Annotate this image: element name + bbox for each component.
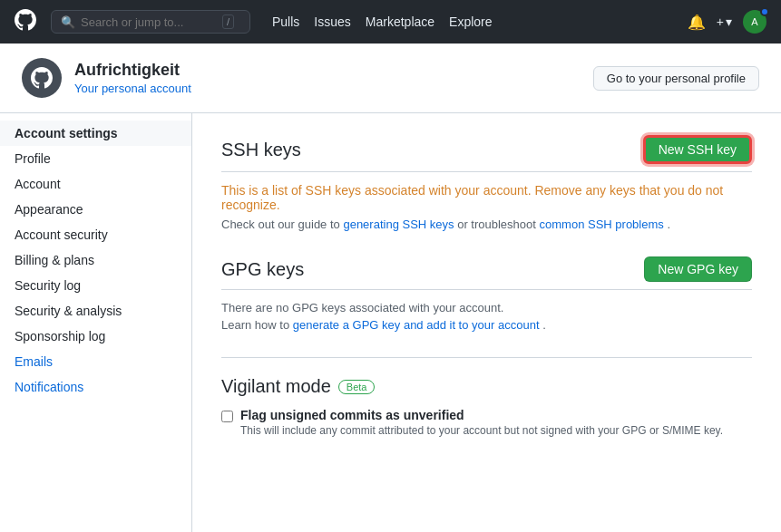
vigilant-checkbox-desc: This will include any commit attributed … bbox=[240, 424, 723, 437]
sidebar-item-security-log[interactable]: Security log bbox=[0, 273, 191, 298]
ssh-keys-header: SSH keys New SSH key bbox=[221, 135, 752, 172]
sidebar-item-account[interactable]: Account bbox=[0, 171, 191, 197]
topnav: 🔍 / Pulls Issues Marketplace Explore 🔔 +… bbox=[0, 0, 781, 44]
vigilant-mode-section: Vigilant mode Beta Flag unsigned commits… bbox=[221, 357, 752, 437]
common-ssh-problems-link[interactable]: common SSH problems bbox=[540, 218, 664, 231]
gpg-learn-link[interactable]: generate a GPG key and add it to your ac… bbox=[293, 318, 540, 332]
vigilant-mode-title: Vigilant mode bbox=[221, 376, 331, 397]
notifications-bell-icon[interactable]: 🔔 bbox=[688, 14, 706, 31]
sidebar-item-profile[interactable]: Profile bbox=[0, 146, 191, 171]
chevron-down-icon: ▾ bbox=[726, 15, 732, 29]
vigilant-checkbox-label: Flag unsigned commits as unverified bbox=[240, 408, 723, 422]
account-avatar bbox=[22, 58, 62, 98]
slash-key-badge: / bbox=[222, 15, 234, 29]
main-content: SSH keys New SSH key This is a list of S… bbox=[192, 113, 781, 532]
plus-icon: + bbox=[717, 15, 724, 29]
new-ssh-key-button[interactable]: New SSH key bbox=[643, 135, 752, 164]
sidebar: Account settings Profile Account Appeara… bbox=[0, 113, 192, 532]
account-info: Aufrichtigkeit Your personal account bbox=[74, 61, 191, 95]
create-new-button[interactable]: + ▾ bbox=[717, 15, 732, 29]
gpg-learn-text: Learn how to generate a GPG key and add … bbox=[221, 318, 752, 332]
sidebar-item-account-security[interactable]: Account security bbox=[0, 222, 191, 247]
vigilant-beta-badge: Beta bbox=[338, 380, 376, 394]
sidebar-item-billing-plans[interactable]: Billing & plans bbox=[0, 247, 191, 273]
vigilant-checkbox-row: Flag unsigned commits as unverified This… bbox=[221, 408, 752, 437]
avatar-notification-dot bbox=[760, 7, 769, 16]
generating-ssh-keys-link[interactable]: generating SSH keys bbox=[343, 218, 454, 231]
account-sub-label: Your personal account bbox=[74, 82, 191, 95]
ssh-guide-text: Check out our guide to generating SSH ke… bbox=[221, 218, 752, 231]
sidebar-item-security-analysis[interactable]: Security & analysis bbox=[0, 298, 191, 324]
gpg-learn-suffix: . bbox=[542, 318, 546, 332]
ssh-keys-title: SSH keys bbox=[221, 140, 301, 160]
vigilant-checkbox-content: Flag unsigned commits as unverified This… bbox=[240, 408, 723, 437]
search-box[interactable]: 🔍 / bbox=[51, 10, 250, 34]
github-logo-icon[interactable] bbox=[15, 9, 36, 35]
gpg-keys-title: GPG keys bbox=[221, 259, 304, 280]
go-to-profile-button[interactable]: Go to your personal profile bbox=[593, 66, 759, 91]
account-header: Aufrichtigkeit Your personal account Go … bbox=[0, 44, 781, 113]
sidebar-item-sponsorship-log[interactable]: Sponsorship log bbox=[0, 324, 191, 349]
gpg-section: GPG keys New GPG key There are no GPG ke… bbox=[221, 256, 752, 332]
body-split: Account settings Profile Account Appeara… bbox=[0, 113, 781, 532]
marketplace-link[interactable]: Marketplace bbox=[366, 15, 434, 29]
sidebar-item-appearance[interactable]: Appearance bbox=[0, 197, 191, 222]
vigilant-divider bbox=[221, 357, 752, 358]
pulls-link[interactable]: Pulls bbox=[272, 15, 299, 29]
sidebar-item-notifications[interactable]: Notifications bbox=[0, 374, 191, 400]
gpg-learn-prefix: Learn how to bbox=[221, 318, 293, 332]
ssh-warning-text: This is a list of SSH keys associated wi… bbox=[221, 183, 752, 212]
vigilant-header-row: Vigilant mode Beta bbox=[221, 376, 752, 397]
explore-link[interactable]: Explore bbox=[449, 15, 492, 29]
search-input[interactable] bbox=[81, 15, 217, 29]
account-username: Aufrichtigkeit bbox=[74, 61, 191, 80]
ssh-guide-suffix: . bbox=[667, 218, 670, 231]
topnav-right: 🔔 + ▾ A bbox=[688, 10, 766, 34]
ssh-guide-middle: or troubleshoot bbox=[457, 218, 539, 231]
new-gpg-key-button[interactable]: New GPG key bbox=[644, 256, 752, 282]
user-avatar[interactable]: A bbox=[743, 10, 766, 34]
gpg-keys-header: GPG keys New GPG key bbox=[221, 256, 752, 290]
account-header-left: Aufrichtigkeit Your personal account bbox=[22, 58, 191, 98]
vigilant-checkbox[interactable] bbox=[221, 411, 233, 422]
ssh-guide-prefix: Check out our guide to bbox=[221, 218, 343, 231]
sidebar-item-account-settings[interactable]: Account settings bbox=[0, 121, 191, 146]
topnav-links: Pulls Issues Marketplace Explore bbox=[272, 15, 493, 29]
issues-link[interactable]: Issues bbox=[314, 15, 350, 29]
search-icon: 🔍 bbox=[61, 15, 75, 29]
sidebar-item-emails[interactable]: Emails bbox=[0, 349, 191, 374]
gpg-no-keys-text: There are no GPG keys associated with yo… bbox=[221, 301, 752, 314]
